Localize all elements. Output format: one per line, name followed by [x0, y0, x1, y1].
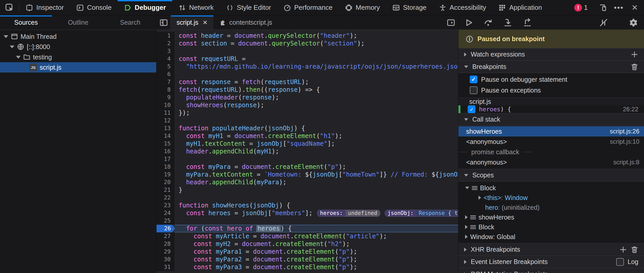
close-devtools-button[interactable]: ✕ — [629, 2, 640, 13]
scope-row--this-[interactable]: <this>: Window — [458, 193, 644, 203]
remove-breakpoints-button[interactable] — [631, 63, 638, 71]
toggle-panes-button[interactable] — [444, 15, 458, 30]
line-number[interactable]: 30 — [156, 256, 175, 263]
inline-preview-pill[interactable]: heroes:undefined — [317, 210, 380, 217]
line-number[interactable]: 24 — [156, 209, 175, 217]
code-line-10[interactable]: 10 showHeroes(response); — [156, 101, 458, 109]
code-line-12[interactable]: 12 — [156, 117, 458, 124]
twisty-open-icon[interactable] — [16, 56, 21, 59]
code-line-13[interactable]: 13function populateHeader(jsonObj) { — [156, 124, 458, 132]
pause-on-exceptions-row[interactable]: Pause on exceptions — [458, 85, 644, 96]
code-line-16[interactable]: 16 header.appendChild(myH1); — [156, 148, 458, 155]
code-editor[interactable]: 1const header = document.querySelector("… — [156, 30, 458, 273]
tool-tab-network[interactable]: Network — [172, 0, 220, 15]
twisty-open-icon[interactable] — [10, 46, 14, 48]
responsive-design-button[interactable] — [597, 2, 608, 13]
disable-breakpoints-button[interactable] — [599, 18, 608, 27]
resume-button[interactable] — [465, 18, 473, 27]
line-number[interactable]: 12 — [156, 117, 175, 124]
line-number[interactable]: 9 — [156, 94, 175, 101]
tool-tab-style-editor[interactable]: Style Editor — [220, 0, 277, 15]
event-listener-breakpoints-header[interactable]: Event Listener Breakpoints Log — [458, 256, 644, 268]
code-line-2[interactable]: 2const section = document.querySelector(… — [156, 40, 458, 47]
code-line-31[interactable]: 31 const myPara3 = document.createElemen… — [156, 263, 458, 271]
code-line-27[interactable]: 27 const myArticle = document.createElem… — [156, 232, 458, 240]
twisty-closed-icon[interactable] — [465, 235, 468, 239]
line-number[interactable]: 21 — [156, 186, 175, 194]
settings-button[interactable] — [629, 18, 638, 27]
tab-sources[interactable]: Sources — [0, 15, 52, 30]
code-line-24[interactable]: 24 const heroes = jsonObj["members"];her… — [156, 209, 458, 217]
line-number[interactable]: 7 — [156, 78, 175, 86]
code-line-21[interactable]: 21} — [156, 186, 458, 194]
tool-tab-performance[interactable]: Performance — [277, 0, 339, 15]
stack-frame--anonymous-[interactable]: <anonymous>script.js:8 — [458, 157, 644, 167]
code-line-22[interactable]: 22 — [156, 194, 458, 202]
tool-tab-inspector[interactable]: Inspector — [19, 0, 70, 15]
scope-row-block[interactable]: Block — [458, 183, 644, 193]
tab-outline[interactable]: Outline — [52, 15, 104, 30]
twisty-closed-icon[interactable] — [465, 225, 468, 229]
line-number[interactable]: 27 — [156, 232, 175, 240]
line-number[interactable]: 20 — [156, 178, 175, 186]
code-line-14[interactable]: 14 const myH1 = document.createElement("… — [156, 132, 458, 140]
call-stack-header[interactable]: Call stack — [458, 113, 644, 126]
close-tab-icon[interactable]: ✕ — [203, 19, 208, 26]
line-number[interactable]: 3 — [156, 47, 175, 55]
stack-frame--anonymous-[interactable]: <anonymous>script.js:10 — [458, 136, 644, 147]
code-line-9[interactable]: 9 populateHeader(response); — [156, 94, 458, 101]
line-number[interactable]: 10 — [156, 101, 175, 109]
line-number[interactable]: 13 — [156, 124, 175, 132]
pause-on-debugger-checkbox[interactable]: ✓ — [470, 76, 477, 83]
remove-xhr-breakpoints-button[interactable] — [631, 246, 638, 253]
pause-on-debugger-row[interactable]: ✓ Pause on debugger statement — [458, 74, 644, 85]
code-line-4[interactable]: 4const requestURL = — [156, 55, 458, 63]
tool-tab-accessibility[interactable]: Accessibility — [433, 0, 492, 15]
line-number[interactable]: 31 — [156, 263, 175, 271]
tree-item--8000[interactable]: [::]:8000 — [0, 42, 156, 52]
tool-tab-debugger[interactable]: Debugger — [118, 0, 172, 15]
pick-element-button[interactable] — [0, 0, 19, 15]
code-line-19[interactable]: 19 myPara.textContent = `Hometown: ${jso… — [156, 171, 458, 178]
line-number[interactable]: 14 — [156, 132, 175, 140]
menu-button[interactable]: ••• — [613, 2, 624, 13]
scope-row-showheroes[interactable]: showHeroes — [458, 212, 644, 222]
line-number[interactable]: 5 — [156, 63, 175, 70]
scopes-header[interactable]: Scopes — [458, 169, 644, 181]
code-line-3[interactable]: 3 — [156, 47, 458, 55]
code-line-29[interactable]: 29 const myPara1 = document.createElemen… — [156, 248, 458, 256]
code-line-23[interactable]: 23function showHeroes(jsonObj) { — [156, 202, 458, 209]
inline-preview-pill[interactable]: jsonObj:Response { type: "cors" — [385, 210, 458, 217]
line-number[interactable]: 2 — [156, 40, 175, 47]
line-number[interactable]: 15 — [156, 140, 175, 148]
twisty-closed-icon[interactable] — [478, 196, 481, 200]
line-number[interactable]: 1 — [156, 32, 175, 40]
code-line-8[interactable]: 8fetch(requestURL).then((response) => { — [156, 86, 458, 94]
line-number[interactable]: 6 — [156, 70, 175, 78]
code-line-30[interactable]: 30 const myPara2 = document.createElemen… — [156, 256, 458, 263]
code-line-6[interactable]: 6 — [156, 70, 458, 78]
step-out-button[interactable] — [523, 18, 532, 27]
code-line-15[interactable]: 15 myH1.textContent = jsonObj["squadName… — [156, 140, 458, 148]
tool-tab-storage[interactable]: Storage — [386, 0, 433, 15]
line-number[interactable]: 22 — [156, 194, 175, 202]
code-line-25[interactable]: 25 — [156, 217, 458, 225]
tool-tab-memory[interactable]: Memory — [339, 0, 386, 15]
paused-line-marker[interactable]: 26 — [156, 225, 175, 232]
scope-row-block[interactable]: Block — [458, 222, 644, 232]
pause-on-exceptions-checkbox[interactable] — [470, 86, 477, 94]
line-number[interactable]: 4 — [156, 55, 175, 63]
line-number[interactable]: 18 — [156, 163, 175, 171]
tree-item-script-js[interactable]: JSscript.js — [0, 62, 156, 72]
line-number[interactable]: 11 — [156, 109, 175, 117]
code-line-20[interactable]: 20 header.appendChild(myPara); — [156, 178, 458, 186]
breakpoint-checkbox[interactable]: ✓ — [468, 105, 475, 113]
error-badge[interactable]: ! 1 — [574, 4, 588, 12]
line-number[interactable]: 23 — [156, 202, 175, 209]
twisty-open-icon[interactable] — [465, 187, 469, 189]
tool-tab-application[interactable]: Application — [492, 0, 548, 15]
add-xhr-breakpoint-button[interactable] — [619, 246, 627, 253]
code-line-28[interactable]: 28 const myH2 = document.createElement("… — [156, 240, 458, 248]
line-number[interactable]: 29 — [156, 248, 175, 256]
line-number[interactable]: 25 — [156, 217, 175, 225]
